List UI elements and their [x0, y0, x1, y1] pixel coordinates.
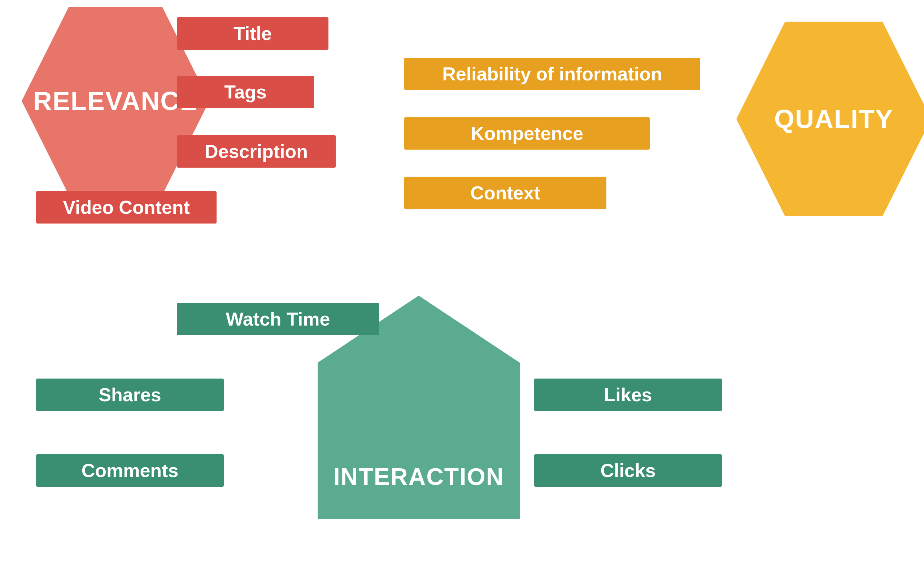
comments-bar: Comments — [36, 454, 224, 487]
tags-bar: Tags — [177, 76, 314, 108]
title-bar: Title — [177, 17, 329, 50]
clicks-bar: Clicks — [534, 454, 722, 487]
shares-bar: Shares — [36, 378, 224, 411]
video-content-bar: Video Content — [36, 191, 217, 224]
quality-label: QUALITY — [774, 104, 893, 134]
infographic-scene: RELEVANCE Title Tags Description Video C… — [0, 0, 924, 570]
reliability-bar: Reliability of information — [404, 58, 700, 90]
context-bar: Context — [404, 177, 606, 209]
interaction-label: INTERACTION — [334, 463, 504, 490]
kompetence-bar: Kompetence — [404, 117, 650, 150]
relevance-label: RELEVANCE — [33, 86, 198, 116]
likes-bar: Likes — [534, 378, 722, 411]
quality-hexagon: QUALITY — [736, 21, 924, 216]
description-bar: Description — [177, 135, 336, 168]
watch-time-bar: Watch Time — [177, 303, 379, 335]
